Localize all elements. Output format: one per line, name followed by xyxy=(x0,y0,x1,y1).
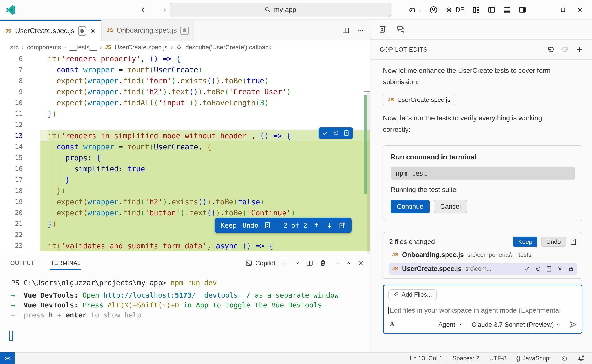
new-session-icon[interactable] xyxy=(576,46,583,53)
split-editor-icon[interactable] xyxy=(342,27,349,34)
code-line-23[interactable]: 23it('validates and submits form data', … xyxy=(0,240,370,251)
send-icon[interactable] xyxy=(569,320,577,329)
new-terminal-icon[interactable] xyxy=(282,260,289,266)
tab-output[interactable]: OUTPUT xyxy=(10,254,34,272)
tab-terminal[interactable]: TERMINAL xyxy=(51,254,81,272)
redo-edit-icon[interactable] xyxy=(561,46,569,53)
minimize-button[interactable] xyxy=(538,0,555,20)
chat-input-box[interactable]: Add Files... Edit files in your workspac… xyxy=(383,285,582,334)
cancel-button[interactable]: Cancel xyxy=(434,200,467,213)
code-line-19[interactable]: 19 expect(wrapper.find('h2').exists()).t… xyxy=(0,196,370,207)
breadcrumb-item[interactable]: components xyxy=(27,44,61,51)
code-line-20[interactable]: 20 expect(wrapper.find('button').text())… xyxy=(0,207,370,218)
view-diff-icon[interactable] xyxy=(343,130,349,136)
notifications-bell-icon[interactable] xyxy=(578,355,585,362)
changed-file-row[interactable]: JS UserCreate.spec.js src\com... xyxy=(389,263,577,275)
model-picker[interactable]: Claude 3.7 Sonnet (Preview) xyxy=(472,321,561,328)
code-line-10[interactable]: 10 expect(wrapper.findAll('input')).toHa… xyxy=(0,97,370,108)
close-window-button[interactable] xyxy=(572,0,588,20)
next-edit-icon[interactable] xyxy=(326,222,333,229)
editor-scrollbar[interactable] xyxy=(367,92,370,254)
code-line-8[interactable]: 8 expect(wrapper.find('form').exists()).… xyxy=(0,75,370,86)
terminal-dropdown-icon[interactable] xyxy=(295,260,300,266)
code-line-18[interactable]: 18 }) xyxy=(0,185,370,196)
maximize-panel-icon[interactable] xyxy=(346,260,351,266)
settings-button[interactable] xyxy=(445,6,453,14)
continue-button[interactable]: Continue xyxy=(391,200,429,213)
copilot-edits-icon xyxy=(379,25,387,33)
close-panel-icon[interactable] xyxy=(357,260,364,266)
undo-edit-icon[interactable] xyxy=(547,46,555,53)
previous-edit-icon[interactable] xyxy=(313,222,320,229)
breadcrumb-file[interactable]: UserCreate.spec.js xyxy=(115,44,168,51)
terminal-output[interactable]: PS C:\Users\olguzzar\projects\my-app> np… xyxy=(0,272,370,320)
split-terminal-icon[interactable] xyxy=(306,260,313,266)
code-line-12[interactable]: 12 xyxy=(0,119,370,130)
dirty-indicator-icon[interactable] xyxy=(78,26,86,36)
back-icon[interactable] xyxy=(139,5,150,15)
copilot-status-icon[interactable] xyxy=(561,355,568,362)
forward-icon[interactable] xyxy=(158,5,168,15)
accept-change-icon[interactable] xyxy=(322,130,328,136)
code-line-7[interactable]: 7 const wrapper = mount(UserCreate) xyxy=(0,64,370,75)
undo-all-button[interactable]: Undo xyxy=(541,237,566,247)
accept-file-icon[interactable] xyxy=(524,266,530,272)
view-all-edits-icon[interactable] xyxy=(570,238,577,246)
encoding[interactable]: UTF-8 xyxy=(489,355,506,362)
remote-indicator[interactable]: >< xyxy=(0,352,15,364)
account-button[interactable] xyxy=(430,6,437,14)
assistant-message: Now let me enhance the UserCreate tests … xyxy=(383,65,569,88)
code-line-13[interactable]: 13it('renders in simplified mode without… xyxy=(0,130,370,141)
breadcrumb-symbol[interactable]: describe('UserCreate') callback xyxy=(185,44,271,51)
command-center-search[interactable]: my-app xyxy=(170,3,391,17)
panel-left-icon xyxy=(488,6,495,14)
diff-document-icon[interactable] xyxy=(264,222,271,229)
chat-input[interactable]: Edit files in your workspace in agent mo… xyxy=(388,306,577,314)
code-editor[interactable]: 6it('renders properly', () => {7 const w… xyxy=(0,53,370,254)
open-changes-icon[interactable] xyxy=(339,222,346,229)
tab-copilot-edits[interactable] xyxy=(379,20,387,39)
editor-actions-more-icon[interactable] xyxy=(357,27,364,34)
indentation[interactable]: Spaces: 2 xyxy=(453,355,480,362)
code-line-9[interactable]: 9 expect(wrapper.find('h2').text()).toBe… xyxy=(0,86,370,97)
tab-usercreate-spec[interactable]: JS UserCreate.spec.js xyxy=(0,20,101,41)
search-value: my-app xyxy=(274,6,296,13)
cursor-position[interactable]: Ln 13, Col 1 xyxy=(410,355,443,362)
code-line-15[interactable]: 15 props: { xyxy=(0,152,370,163)
tab-chat[interactable] xyxy=(396,20,405,39)
file-chip-usercreate[interactable]: JS UserCreate.spec.js xyxy=(383,94,455,105)
maximize-button[interactable] xyxy=(555,0,572,20)
code-line-16[interactable]: 16 simplified: true xyxy=(0,163,370,174)
customize-layout-button[interactable] xyxy=(472,6,480,14)
code-line-14[interactable]: 14 const wrapper = mount(UserCreate, { xyxy=(0,141,370,152)
tab-onboarding-spec[interactable]: JS Onboarding.spec.js xyxy=(101,20,194,41)
discard-file-icon[interactable] xyxy=(535,266,541,272)
kill-terminal-icon[interactable] xyxy=(319,260,326,266)
code-line-6[interactable]: 6it('renders properly', () => { xyxy=(0,53,370,64)
keep-all-button[interactable]: Keep xyxy=(513,237,538,247)
vscode-window: my-app DE xyxy=(0,0,592,364)
code-line-11[interactable]: 11}) xyxy=(0,108,370,119)
open-diff-icon[interactable] xyxy=(546,266,552,272)
toggle-secondary-sidebar-button[interactable] xyxy=(519,6,526,14)
copilot-menu-button[interactable] xyxy=(408,6,422,14)
add-files-button[interactable]: Add Files... xyxy=(388,289,437,300)
close-tab-icon[interactable] xyxy=(90,28,96,34)
discard-change-icon[interactable] xyxy=(333,130,339,136)
breadcrumb-item[interactable]: src xyxy=(10,44,19,51)
toggle-sidebar-button[interactable] xyxy=(488,6,495,14)
undo-button[interactable]: Undo xyxy=(243,222,258,229)
keep-button[interactable]: Keep xyxy=(221,222,237,229)
language-mode[interactable]: {} JavaScript xyxy=(516,355,551,362)
mic-icon[interactable] xyxy=(388,321,395,328)
changed-file-row[interactable]: JS Onboarding.spec.js src\components\__t… xyxy=(389,249,577,261)
breadcrumb-item[interactable]: __tests__ xyxy=(70,44,97,51)
toggle-panel-button[interactable] xyxy=(503,6,511,14)
remove-file-icon[interactable] xyxy=(557,266,563,272)
panel-more-icon[interactable] xyxy=(333,260,340,266)
mode-picker[interactable]: Agent xyxy=(438,321,462,328)
code-line-17[interactable]: 17 } xyxy=(0,174,370,185)
terminal-instance-picker[interactable]: Copilot xyxy=(245,260,275,267)
lock-file-icon[interactable] xyxy=(568,266,574,272)
profile-badge[interactable]: DE xyxy=(455,6,465,14)
